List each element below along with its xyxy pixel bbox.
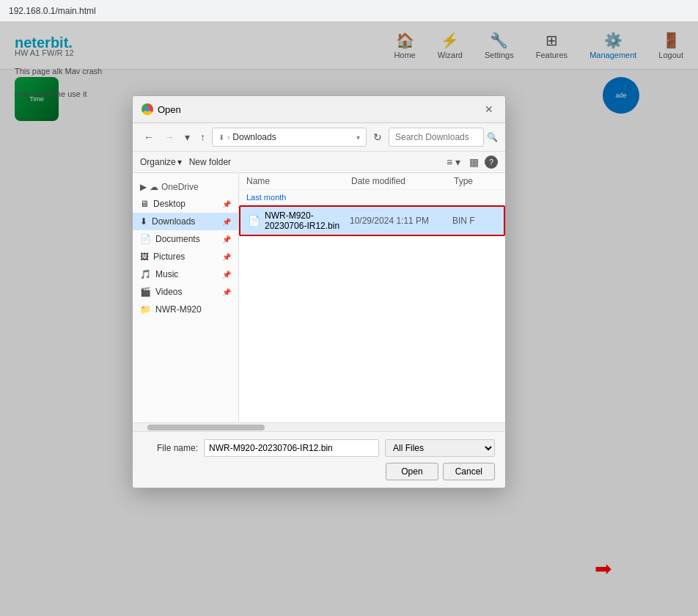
- sidebar-item-pictures[interactable]: 🖼 Pictures 📌: [133, 248, 238, 265]
- onedrive-icon: ☁: [150, 182, 158, 192]
- desktop-icon: 🖥: [140, 199, 149, 209]
- search-icon: 🔍: [487, 132, 498, 142]
- dialog-nav-toolbar: ← → ▾ ↑ ⬇ › Downloads ▾ ↻ 🔍: [133, 123, 505, 152]
- cancel-button[interactable]: Cancel: [443, 463, 495, 480]
- file-name: NWR-M920-20230706-IR12.bin: [265, 210, 350, 231]
- documents-label: Documents: [155, 234, 200, 244]
- music-label: Music: [155, 269, 178, 279]
- file-open-dialog: Open ✕ ← → ▾ ↑ ⬇ › Downloads ▾ ↻ 🔍 Organ…: [132, 95, 506, 488]
- downloads-label: Downloads: [152, 216, 195, 227]
- sidebar-item-documents[interactable]: 📄 Documents 📌: [133, 230, 238, 248]
- help-button[interactable]: ?: [485, 155, 498, 169]
- file-date: 10/29/2024 1:11 PM: [350, 216, 452, 226]
- forward-button[interactable]: →: [161, 129, 178, 145]
- open-button[interactable]: Open: [386, 463, 438, 480]
- pictures-icon: 🖼: [140, 252, 149, 262]
- col-name-header[interactable]: Name: [246, 176, 351, 186]
- sidebar-item-nwr[interactable]: 📁 NWR-M920: [133, 301, 238, 318]
- back-button[interactable]: ←: [140, 129, 158, 145]
- expand-icon: ▶: [140, 182, 147, 192]
- col-type-header[interactable]: Type: [454, 176, 498, 186]
- music-icon: 🎵: [140, 269, 151, 279]
- refresh-button[interactable]: ↻: [370, 129, 386, 145]
- pin-icon: 📌: [222, 200, 231, 208]
- horizontal-scrollbar[interactable]: [133, 422, 505, 431]
- documents-pin-icon: 📌: [222, 235, 231, 243]
- sidebar: ▶ ☁ OneDrive 🖥 Desktop 📌 ⬇ Downloads 📌 📄: [133, 173, 239, 422]
- filename-label: File name:: [143, 443, 198, 453]
- onedrive-label: OneDrive: [161, 182, 199, 192]
- file-list-area: Name Date modified Type Last month 📄 NWR…: [239, 173, 505, 422]
- nwr-label: NWR-M920: [155, 304, 202, 315]
- chrome-icon: [142, 103, 153, 115]
- videos-pin-icon: 📌: [222, 288, 231, 296]
- file-list-header: Name Date modified Type: [239, 173, 505, 190]
- dropdown-button[interactable]: ▾: [181, 129, 194, 145]
- section-label-last-month: Last month: [239, 190, 505, 205]
- current-path-label: Downloads: [232, 132, 276, 142]
- address-path: ⬇ › Downloads ▾: [212, 128, 367, 147]
- music-pin-icon: 📌: [222, 271, 231, 279]
- dialog-footer: File name: All Files Open Cancel: [133, 431, 505, 488]
- download-icon-path: ⬇: [218, 133, 224, 142]
- sidebar-item-videos[interactable]: 🎬 Videos 📌: [133, 283, 238, 301]
- address-bar: 192.168.0.1/main.html: [0, 0, 698, 22]
- path-separator: ›: [227, 133, 229, 142]
- desktop-label: Desktop: [153, 199, 185, 209]
- up-button[interactable]: ↑: [196, 129, 209, 145]
- dialog-body: ▶ ☁ OneDrive 🖥 Desktop 📌 ⬇ Downloads 📌 📄: [133, 173, 505, 422]
- view-list-button[interactable]: ≡ ▾: [444, 155, 463, 169]
- col-date-header[interactable]: Date modified: [351, 176, 454, 186]
- search-input[interactable]: [389, 128, 484, 147]
- pictures-label: Pictures: [153, 252, 185, 262]
- file-icon: 📄: [248, 215, 260, 227]
- scrollbar-thumb[interactable]: [147, 425, 265, 430]
- file-type: BIN F: [452, 216, 496, 226]
- organize-button[interactable]: Organize ▾: [140, 157, 182, 167]
- filename-input[interactable]: [204, 439, 379, 457]
- file-row-nwr-bin[interactable]: 📄 NWR-M920-20230706-IR12.bin 10/29/2024 …: [239, 205, 505, 236]
- downloads-icon: ⬇: [140, 216, 147, 227]
- documents-icon: 📄: [140, 234, 151, 244]
- videos-icon: 🎬: [140, 287, 151, 297]
- sidebar-item-downloads[interactable]: ⬇ Downloads 📌: [133, 213, 238, 230]
- filename-row: File name: All Files: [143, 439, 495, 457]
- folder-icon: 📁: [140, 304, 151, 315]
- url-text: 192.168.0.1/main.html: [9, 6, 96, 16]
- dialog-action-toolbar: Organize ▾ New folder ≡ ▾ ▦ ?: [133, 152, 505, 173]
- footer-buttons: Open Cancel: [143, 463, 495, 480]
- videos-label: Videos: [155, 287, 182, 297]
- view-layout-button[interactable]: ▦: [466, 155, 482, 169]
- path-caret[interactable]: ▾: [356, 133, 360, 142]
- sidebar-onedrive-section[interactable]: ▶ ☁ OneDrive: [133, 179, 238, 195]
- sidebar-item-desktop[interactable]: 🖥 Desktop 📌: [133, 195, 238, 213]
- sidebar-item-music[interactable]: 🎵 Music 📌: [133, 265, 238, 283]
- red-arrow-annotation: ➡: [595, 557, 611, 581]
- dialog-titlebar: Open ✕: [133, 96, 505, 123]
- dialog-close-button[interactable]: ✕: [482, 102, 496, 117]
- pictures-pin-icon: 📌: [222, 253, 231, 261]
- filetype-dropdown[interactable]: All Files: [385, 439, 495, 457]
- downloads-pin-icon: 📌: [222, 218, 231, 226]
- new-folder-button[interactable]: New folder: [189, 157, 231, 167]
- dialog-title: Open: [142, 103, 181, 115]
- background-page: neterbit. HW A1 FW/R 12 🏠 Home ⚡ Wizard …: [0, 22, 698, 616]
- view-controls: ≡ ▾ ▦ ?: [444, 155, 498, 169]
